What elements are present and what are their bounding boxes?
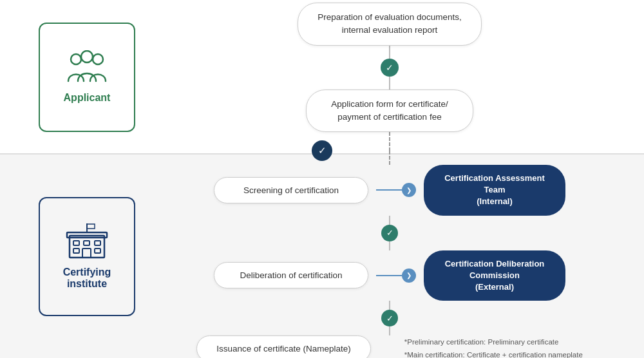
note-1: *Preliminary certification: Preliminary … <box>404 336 583 349</box>
arrow-1: ❯ <box>406 187 412 194</box>
notes-area: *Preliminary certification: Preliminary … <box>392 336 583 358</box>
svg-rect-8 <box>73 249 79 253</box>
arrow-2: ❯ <box>406 272 412 279</box>
connector-check-2: ✓ <box>381 225 398 241</box>
mid-checkmark: ✓ <box>318 145 327 156</box>
mid-connector-area: ✓ <box>0 140 644 161</box>
svg-rect-10 <box>82 249 91 258</box>
institute-label: Certifying institute <box>63 267 111 290</box>
svg-rect-5 <box>73 241 79 245</box>
institute-icon <box>64 223 109 260</box>
checkmark-1: ✓ <box>386 62 393 73</box>
v-line-6 <box>389 326 390 335</box>
arrow-line-2 <box>376 275 402 276</box>
deliberation-commission-box: Certification Deliberation Commission (E… <box>424 250 565 301</box>
svg-point-1 <box>93 54 103 64</box>
svg-point-2 <box>81 51 93 62</box>
node-app-form: Application form for certificate/ paymen… <box>306 90 473 133</box>
issuance-row: Issuance of certificate (Nameplate) *Pre… <box>196 335 583 358</box>
connector-check-3: ✓ <box>381 310 398 326</box>
mid-connector-col: ✓ <box>312 140 332 161</box>
applicant-icon <box>64 50 109 86</box>
bottom-section: Certifying institute Screening of certif… <box>0 155 644 358</box>
certifying-institute-box: Certifying institute <box>39 197 135 316</box>
node-deliberation: Deliberation of certification <box>214 262 368 288</box>
v-line-2 <box>389 77 390 90</box>
arrow-line-1 <box>376 189 402 191</box>
mid-connector-circle: ✓ <box>312 140 332 161</box>
top-flow: Preparation of evaluation documents, int… <box>298 0 482 164</box>
svg-rect-12 <box>87 224 95 229</box>
svg-rect-9 <box>95 249 100 253</box>
screening-arrow: ❯ <box>376 183 416 197</box>
svg-rect-6 <box>84 241 90 245</box>
bottom-flow-col: Screening of certification ❯ Certificati… <box>196 141 583 358</box>
node-eval-docs: Preparation of evaluation documents, int… <box>298 3 482 46</box>
v-line-1 <box>389 46 390 59</box>
top-flow-area: Preparation of evaluation documents, int… <box>135 0 644 154</box>
checkmark-3: ✓ <box>386 314 393 323</box>
applicant-label: Applicant <box>64 92 111 104</box>
svg-rect-3 <box>70 236 104 258</box>
deliberation-arrow: ❯ <box>376 268 416 283</box>
top-section: Applicant Preparation of evaluation docu… <box>0 0 644 155</box>
node-screening: Screening of certification <box>214 177 368 203</box>
arrow-circle-1: ❯ <box>402 183 416 197</box>
arrow-circle-2: ❯ <box>402 268 416 283</box>
svg-rect-7 <box>95 241 100 245</box>
checkmark-2: ✓ <box>386 228 393 238</box>
screening-row: Screening of certification ❯ Certificati… <box>214 165 565 216</box>
v-line-4 <box>389 241 390 250</box>
node-issuance: Issuance of certificate (Nameplate) <box>196 335 371 358</box>
v-line-3 <box>389 216 390 225</box>
applicant-box: Applicant <box>39 23 135 132</box>
bottom-flow-area: Screening of certification ❯ Certificati… <box>135 155 644 358</box>
note-2: *Main certification: Certificate + certi… <box>404 349 583 358</box>
connector-check-1: ✓ <box>381 59 399 77</box>
svg-point-0 <box>71 54 81 64</box>
assessment-team-box: Certification Assessment Team (Internal) <box>424 165 565 216</box>
deliberation-row: Deliberation of certification ❯ Certific… <box>214 250 565 301</box>
v-line-5 <box>389 301 390 310</box>
